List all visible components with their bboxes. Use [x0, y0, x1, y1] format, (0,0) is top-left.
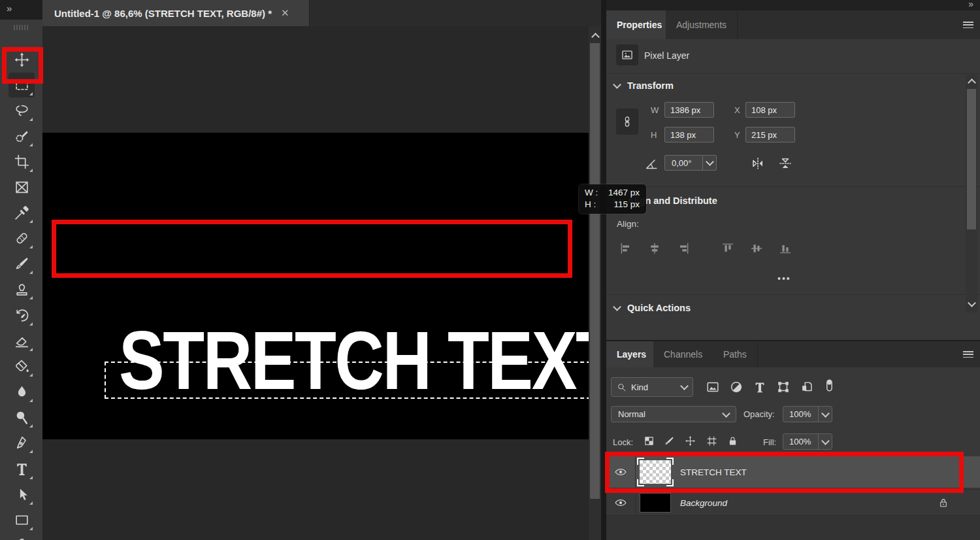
y-field[interactable]: 215 px — [745, 127, 795, 143]
scroll-up-icon[interactable] — [591, 33, 600, 41]
align-label: Align: — [617, 219, 639, 229]
transform-section-header[interactable]: Transform — [614, 80, 674, 91]
lock-image-pixels-icon[interactable] — [664, 435, 675, 447]
collapse-panels-icon[interactable]: » — [968, 0, 972, 9]
y-label: Y — [734, 130, 740, 140]
more-options-button[interactable]: ••• — [777, 273, 791, 284]
brush-tool[interactable] — [8, 251, 35, 276]
rectangle-tool[interactable] — [8, 507, 35, 532]
blur-tool[interactable] — [8, 379, 35, 404]
tool-flyout-icon — [29, 450, 33, 453]
tooltip-h-label: H : — [585, 199, 602, 211]
link-dimensions-button[interactable] — [616, 109, 638, 135]
annotation-canvas-selection — [52, 220, 572, 278]
eyedropper-tool[interactable] — [8, 200, 35, 225]
panel-menu-icon[interactable] — [963, 22, 973, 29]
document-canvas[interactable]: STRETCH TEXT — [42, 133, 589, 439]
layer-name[interactable]: Background — [680, 498, 727, 508]
filter-type-layers-icon[interactable] — [753, 380, 767, 394]
flip-horizontal-button[interactable] — [750, 156, 766, 170]
scroll-down-icon[interactable] — [968, 299, 976, 307]
align-top-button[interactable] — [721, 242, 734, 255]
filter-pixel-layers-icon[interactable] — [706, 380, 720, 394]
height-field[interactable]: 138 px — [664, 127, 714, 143]
flip-vertical-button[interactable] — [777, 156, 793, 170]
collapse-section-icon[interactable] — [613, 303, 621, 311]
layer-thumbnail[interactable] — [640, 493, 671, 513]
tab-paths[interactable]: Paths — [713, 341, 758, 367]
hand-tool[interactable] — [8, 532, 35, 540]
layer-filter-kind-select[interactable]: Kind — [611, 377, 693, 397]
tool-flyout-icon — [29, 245, 33, 248]
lasso-tool[interactable] — [8, 98, 35, 123]
eraser-tool[interactable] — [8, 328, 35, 353]
properties-scrollbar[interactable] — [966, 75, 977, 312]
x-field[interactable]: 108 px — [745, 102, 795, 118]
tooltip-w-label: W : — [585, 187, 602, 199]
panel-menu-icon[interactable] — [963, 351, 973, 358]
scrollbar-thumb[interactable] — [590, 43, 600, 499]
opacity-dropdown-icon[interactable] — [818, 407, 832, 422]
align-middle-vertical-button[interactable] — [750, 242, 763, 255]
fill-dropdown-icon[interactable] — [818, 434, 832, 449]
spot-healing-brush-tool[interactable] — [8, 226, 35, 250]
history-brush-tool[interactable] — [8, 303, 35, 328]
blend-mode-select[interactable]: Normal — [611, 406, 736, 422]
photoshop-window: » — [0, 0, 980, 540]
frame-tool[interactable] — [8, 175, 35, 199]
pixel-layer-icon — [616, 44, 638, 65]
filter-adjustment-layers-icon[interactable] — [729, 380, 743, 394]
scroll-up-icon[interactable] — [968, 78, 976, 87]
tools-panel — [0, 20, 43, 540]
opacity-select[interactable]: 100% — [783, 406, 832, 422]
align-center-horizontal-button[interactable] — [648, 242, 661, 255]
fill-label: Fill: — [763, 437, 776, 447]
tab-channels[interactable]: Channels — [653, 341, 713, 367]
filter-toggle[interactable] — [822, 378, 836, 392]
lock-position-icon[interactable] — [685, 435, 696, 447]
pen-tool[interactable] — [8, 430, 35, 455]
tool-flyout-icon — [29, 92, 33, 95]
marquee-selection — [105, 362, 601, 399]
filter-smart-objects-icon[interactable] — [800, 380, 814, 394]
scrollbar-thumb[interactable] — [967, 89, 976, 229]
quick-actions-section-header[interactable]: Quick Actions — [614, 303, 691, 313]
close-document-icon[interactable]: ✕ — [281, 7, 289, 19]
width-field[interactable]: 1386 px — [664, 102, 714, 118]
tool-flyout-icon — [29, 220, 33, 223]
type-tool[interactable] — [8, 456, 35, 481]
tab-adjustments[interactable]: Adjustments — [666, 10, 738, 39]
path-selection-tool[interactable] — [8, 482, 35, 507]
document-tab[interactable]: Untitled-1 @ 86,6% (STRETCH TEXT, RGB/8#… — [42, 0, 310, 26]
tool-flyout-icon — [29, 527, 33, 530]
paint-bucket-tool[interactable] — [8, 354, 35, 379]
collapse-section-icon[interactable] — [613, 80, 621, 89]
size-tooltip: W :1467 px H :115 px — [579, 184, 646, 214]
clone-stamp-tool[interactable] — [8, 277, 35, 301]
tool-flyout-icon — [29, 348, 33, 351]
quick-selection-tool[interactable] — [8, 124, 35, 148]
collapse-toolbar-icon[interactable]: » — [7, 3, 10, 14]
toolbar-grip[interactable] — [14, 25, 29, 30]
crop-tool[interactable] — [8, 149, 35, 174]
tab-properties[interactable]: Properties — [606, 10, 673, 39]
angle-dropdown-icon[interactable] — [702, 156, 716, 170]
layer-visibility-toggle[interactable] — [606, 490, 636, 516]
dodge-tool[interactable] — [8, 405, 35, 430]
layer-row-background[interactable]: Background — [606, 489, 980, 516]
lock-all-icon[interactable] — [727, 435, 738, 447]
filter-shape-layers-icon[interactable] — [776, 380, 791, 394]
align-left-button[interactable] — [619, 242, 632, 255]
kind-dropdown-icon[interactable] — [680, 382, 689, 390]
align-right-button[interactable] — [677, 242, 690, 255]
tool-flyout-icon — [29, 501, 33, 505]
layers-empty-area — [606, 515, 980, 540]
angle-field[interactable]: 0,00° — [664, 155, 717, 171]
fill-select[interactable]: 100% — [783, 433, 832, 450]
tab-layers[interactable]: Layers — [606, 341, 657, 367]
canvas-area[interactable]: STRETCH TEXT — [42, 26, 601, 540]
lock-artboard-icon[interactable] — [706, 435, 717, 447]
canvas-vertical-scrollbar[interactable] — [589, 26, 601, 540]
lock-transparent-pixels-icon[interactable] — [644, 435, 655, 447]
align-bottom-button[interactable] — [779, 242, 792, 255]
